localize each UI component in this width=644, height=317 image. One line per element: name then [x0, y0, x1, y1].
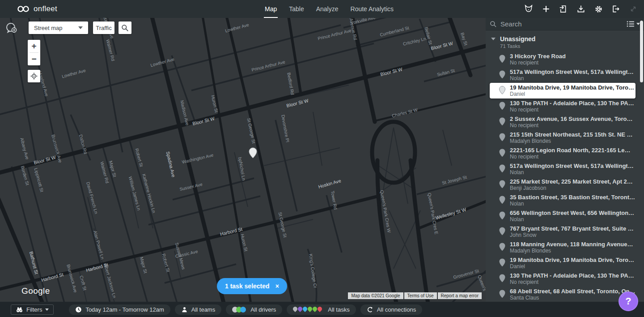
task-item[interactable]: 656 Wellington Street West, 656 Wellingt…: [486, 208, 644, 224]
task-item[interactable]: 19 Manitoba Drive, 19 Manitoba Drive, To…: [490, 83, 636, 99]
street-label: King's College Cr: [308, 253, 318, 288]
chevron-down-icon: [45, 308, 49, 311]
list-view-toggle[interactable]: [627, 21, 640, 27]
task-scroll-area[interactable]: Unassigned 71 Tasks 3 Hickory Tree Road …: [486, 30, 644, 302]
resize-diagonal-icon[interactable]: [628, 4, 639, 14]
export-download-icon[interactable]: [576, 4, 586, 14]
street-label: bpNichol Ln: [237, 157, 246, 181]
street-label: Major St: [108, 160, 117, 178]
task-pin-icon: [499, 211, 505, 222]
team-person-icon: [181, 306, 188, 313]
task-title: 215 15th Street Northeast, 215 15th St. …: [510, 131, 636, 138]
task-title: 517a Wellington Street West, 517a Wellin…: [510, 163, 636, 169]
search-input[interactable]: [500, 20, 623, 28]
task-item[interactable]: 130 The PATH - Adelaide Place, 130 The P…: [486, 99, 644, 114]
zoom-out-button[interactable]: −: [28, 53, 40, 65]
collapse-triangle-icon[interactable]: [491, 38, 496, 40]
top-bar: onfleet Map Table Analyze Route Analytic…: [0, 0, 644, 18]
street-label: Bellair St: [424, 26, 433, 45]
logout-icon[interactable]: [610, 4, 621, 14]
infinity-icon: [17, 5, 30, 13]
street-label: Borden St: [20, 165, 30, 186]
tasks-filter[interactable]: All tasks: [287, 304, 356, 315]
zoom-control: + −: [28, 40, 40, 65]
task-item[interactable]: 19 Manitoba Drive, 19 Manitoba Drive, To…: [486, 255, 644, 271]
task-title: 68 Abell Street, 68 Abell Street, Toront…: [510, 288, 636, 295]
filters-button[interactable]: Filters: [11, 304, 54, 315]
task-pin-icon: [499, 227, 505, 237]
map-search-button[interactable]: [119, 21, 131, 34]
task-pin-icon: [499, 70, 505, 81]
onfleet-logo: onfleet: [17, 0, 57, 18]
map-canvas[interactable]: Kendal AveWalmer RdLowther AvePrince Art…: [0, 18, 486, 302]
task-item[interactable]: 767 Bryant Street, 767 Bryant Street, Su…: [486, 224, 644, 240]
tab-table[interactable]: Table: [289, 0, 304, 18]
street-label: Prince Arthur Ave: [251, 59, 285, 72]
drivers-filter[interactable]: All drivers: [226, 304, 282, 315]
crosshair-icon: [30, 72, 38, 80]
report-map-error-link[interactable]: Report a map error: [438, 292, 482, 299]
task-pin-icon: [499, 164, 505, 175]
fox-icon[interactable]: [523, 4, 534, 14]
connections-filter[interactable]: All connections: [360, 304, 422, 315]
task-title: 130 The PATH - Adelaide Place, 130 The P…: [510, 272, 636, 279]
teams-filter[interactable]: All teams: [175, 304, 221, 315]
task-recipient: Madalyn Blondes: [510, 248, 638, 254]
task-recipient: No recipient: [510, 60, 638, 66]
task-title: 767 Bryant Street, 767 Bryant Street, Su…: [510, 225, 636, 232]
help-button[interactable]: ?: [619, 291, 638, 311]
sidebar-search-row: [486, 18, 644, 30]
task-item[interactable]: 517a Wellington Street West, 517a Wellin…: [486, 67, 644, 83]
selected-task-map-pin[interactable]: [249, 147, 257, 160]
street-label: Bathurst St: [29, 251, 39, 274]
task-item[interactable]: 35 Bastion Street, 35 Bastion Street, To…: [486, 193, 644, 208]
task-item[interactable]: 118 Manning Avenue, 118 Manning Avenue… …: [486, 240, 644, 255]
task-item[interactable]: 517a Wellington Street West, 517a Wellin…: [486, 161, 644, 177]
street-label: Washington Ave: [182, 153, 214, 165]
street-label: Walmer Rd: [99, 161, 110, 184]
task-pin-icon: [499, 274, 505, 284]
terms-of-use-link[interactable]: Terms of Use: [404, 292, 437, 299]
zoom-in-button[interactable]: +: [28, 40, 40, 52]
driver-status-dots: [232, 307, 244, 313]
task-selected-pill[interactable]: 1 task selected ×: [217, 278, 287, 294]
task-item[interactable]: 2 Sussex Avenue, 16 Sussex Avenue, Toro……: [486, 114, 644, 130]
tab-analyze[interactable]: Analyze: [316, 0, 339, 18]
top-actions: [523, 0, 639, 18]
traffic-button[interactable]: Traffic: [93, 21, 114, 34]
close-icon[interactable]: ×: [275, 283, 279, 290]
my-location-button[interactable]: [28, 70, 40, 82]
date-range-filter[interactable]: Today 12am - Tomorrow 12am: [69, 304, 170, 315]
settings-gear-icon[interactable]: [593, 4, 604, 14]
bottom-filter-bar: Filters Today 12am - Tomorrow 12am All t…: [0, 302, 644, 317]
task-pin-icon: [499, 133, 505, 143]
scrollbar-thumb[interactable]: [640, 21, 643, 82]
street-label: Grosvenor St: [453, 268, 479, 280]
feedback-chat-icon[interactable]: [4, 21, 18, 35]
task-item[interactable]: 215 15th Street Northeast, 215 15th St. …: [486, 130, 644, 146]
task-item[interactable]: 130 The PATH - Adelaide Place, 130 The P…: [486, 271, 644, 287]
street-label: Hoskin Ave: [318, 178, 342, 189]
street-label: Avenue Rd: [348, 18, 358, 40]
create-plus-icon[interactable]: [541, 4, 551, 14]
task-item[interactable]: 3 Hickory Tree Road No recipient: [486, 51, 644, 67]
street-label: Queen's: [477, 274, 486, 291]
street-label: Bedford Rd: [286, 72, 295, 95]
import-icon[interactable]: [558, 4, 569, 14]
street-label: Lippincott St: [34, 167, 45, 193]
tab-route-analytics[interactable]: Route Analytics: [351, 0, 394, 18]
task-item[interactable]: 2221-165 Legion Road North, 2221-165 Le……: [486, 146, 644, 161]
group-unassigned[interactable]: Unassigned 71 Tasks: [486, 30, 644, 51]
street-label: Bloor St W: [380, 66, 403, 77]
street-labels-layer: Kendal AveWalmer RdLowther AvePrince Art…: [0, 18, 486, 302]
list-icon: [627, 21, 635, 27]
task-title: 517a Wellington Street West, 517a Wellin…: [510, 69, 636, 75]
street-label: Bloor St W: [192, 116, 215, 126]
task-title: 19 Manitoba Drive, 19 Manitoba Drive, To…: [510, 257, 636, 263]
map-type-dropdown[interactable]: Street map: [29, 21, 88, 34]
task-pin-icon: [499, 290, 505, 300]
street-label: David French Ln: [85, 181, 99, 214]
task-item[interactable]: 225 Market Street, 225 Market Street, Ap…: [486, 177, 644, 193]
task-status-pins: [293, 308, 322, 311]
tab-map[interactable]: Map: [265, 0, 277, 18]
